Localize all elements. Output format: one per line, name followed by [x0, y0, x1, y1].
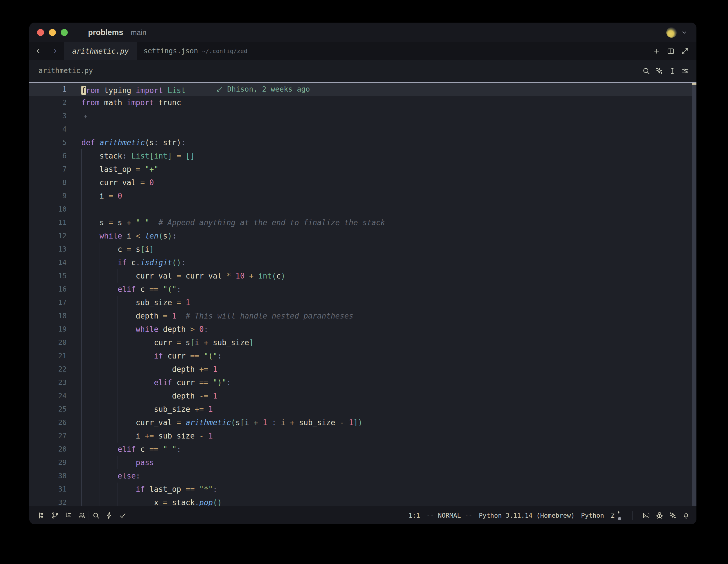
code-text: if curr == "(":: [67, 349, 696, 363]
project-title[interactable]: problems: [88, 28, 123, 37]
status-dot: [618, 517, 621, 520]
scrollbar[interactable]: [692, 83, 696, 506]
avatar[interactable]: [666, 27, 677, 38]
code-line[interactable]: 26 curr_val = arithmetic(s[i + 1 : i + s…: [29, 416, 696, 429]
line-number: 15: [29, 269, 67, 283]
code-line[interactable]: 31 if last_op == "*":: [29, 483, 696, 496]
code-line[interactable]: 13 c = s[i]: [29, 242, 696, 256]
code-text: if last_op == "*":: [67, 483, 696, 496]
indent-guide: [118, 336, 118, 349]
code-line[interactable]: 6 stack: List[int] = []: [29, 149, 696, 162]
code-line[interactable]: 27 i += sub_size - 1: [29, 429, 696, 443]
indent-guide: [81, 256, 82, 269]
tab-label: arithmetic.py: [72, 47, 129, 55]
code-line[interactable]: 21 if curr == "(":: [29, 349, 696, 363]
language-selector[interactable]: Python: [581, 512, 604, 519]
code-editor[interactable]: 1from typing import ListDhison, 2 weeks …: [29, 83, 696, 506]
code-line[interactable]: 1from typing import ListDhison, 2 weeks …: [29, 83, 696, 96]
code-line[interactable]: 15 curr_val = curr_val * 10 + int(c): [29, 269, 696, 283]
indent-guide: [118, 296, 118, 309]
indent-guide: [81, 416, 82, 429]
code-line[interactable]: 32 x = stack.pop(): [29, 496, 696, 506]
indent-guide: [118, 403, 118, 416]
indent-guide: [154, 389, 154, 403]
line-number: 19: [29, 323, 67, 336]
chevron-down-icon[interactable]: [681, 29, 688, 36]
indent-guide: [81, 162, 82, 176]
code-line[interactable]: 18 depth = 1 # This will handle nested p…: [29, 309, 696, 323]
code-line[interactable]: 23 elif curr == ")":: [29, 376, 696, 389]
code-line[interactable]: 10: [29, 202, 696, 216]
code-line[interactable]: 16 elif c == "(":: [29, 283, 696, 296]
zoom-button[interactable]: [61, 29, 68, 36]
indent-guide: [136, 349, 136, 363]
tab-settings-json[interactable]: settings.json ~/.config/zed: [137, 42, 254, 60]
users-icon[interactable]: [78, 512, 86, 519]
code-line[interactable]: 30 else:: [29, 469, 696, 483]
code-text: elif c == "(":: [67, 283, 696, 296]
search-icon[interactable]: [92, 512, 100, 519]
code-line[interactable]: 4: [29, 123, 696, 136]
indent-guide: [81, 216, 82, 229]
navigate-forward-icon[interactable]: [50, 47, 58, 55]
code-line[interactable]: 29 pass: [29, 456, 696, 469]
code-line[interactable]: 9 i = 0: [29, 189, 696, 202]
code-line[interactable]: 22 depth += 1: [29, 363, 696, 376]
indent-guide: [81, 363, 82, 376]
git-branch-icon[interactable]: [51, 512, 59, 519]
code-line[interactable]: 25 sub_size += 1: [29, 403, 696, 416]
sliders-icon[interactable]: [681, 67, 689, 75]
code-line[interactable]: 14 if c.isdigit():: [29, 256, 696, 269]
titlebar: problems main: [29, 23, 696, 42]
split-icon[interactable]: [667, 47, 675, 55]
code-text: last_op = "+": [67, 162, 696, 176]
code-text: curr_val = curr_val * 10 + int(c): [67, 269, 696, 283]
code-line[interactable]: 20 curr = s[i + sub_size]: [29, 336, 696, 349]
sparkles-icon[interactable]: [655, 67, 663, 75]
line-number: 16: [29, 283, 67, 296]
indent-guide: [81, 309, 82, 323]
code-line[interactable]: 12 while i < len(s):: [29, 229, 696, 242]
breadcrumb[interactable]: arithmetic.py: [39, 67, 93, 75]
maximize-icon[interactable]: [681, 47, 689, 55]
navigate-back-icon[interactable]: [35, 47, 43, 55]
edit-prediction-icon[interactable]: z: [610, 510, 623, 520]
check-icon[interactable]: [119, 512, 127, 519]
line-number: 27: [29, 429, 67, 443]
list-tree-icon[interactable]: [65, 512, 72, 519]
panel-tree-icon[interactable]: [38, 512, 46, 519]
indent-guide: [100, 323, 100, 336]
bug-icon[interactable]: [656, 512, 663, 519]
tab-arithmetic-py[interactable]: arithmetic.py: [64, 42, 137, 60]
code-line[interactable]: 3: [29, 109, 696, 123]
indent-guide: [154, 363, 154, 376]
code-line[interactable]: 11 s = s + "_" # Append anything at the …: [29, 216, 696, 229]
code-line[interactable]: 2from math import trunc: [29, 96, 696, 109]
code-line[interactable]: 28 elif c == " ":: [29, 443, 696, 456]
toolchain-selector[interactable]: Python 3.11.14 (Homebrew): [479, 512, 575, 519]
terminal-icon[interactable]: [642, 512, 650, 519]
code-line[interactable]: 19 while depth > 0:: [29, 323, 696, 336]
zap-icon[interactable]: [105, 512, 113, 519]
sparkles-icon[interactable]: [669, 512, 677, 519]
line-number: 31: [29, 483, 67, 496]
ibeam-icon[interactable]: [668, 67, 676, 75]
close-button[interactable]: [37, 29, 44, 36]
git-branch-name[interactable]: main: [131, 28, 147, 37]
line-number: 26: [29, 416, 67, 429]
bell-icon[interactable]: [682, 512, 690, 519]
code-line[interactable]: 7 last_op = "+": [29, 162, 696, 176]
indent-guide: [100, 403, 100, 416]
line-number: 30: [29, 469, 67, 483]
code-text: from math import trunc: [67, 96, 696, 109]
code-text: [67, 109, 696, 123]
code-line[interactable]: 24 depth -= 1: [29, 389, 696, 403]
minimize-button[interactable]: [49, 29, 56, 36]
code-line[interactable]: 17 sub_size = 1: [29, 296, 696, 309]
indent-guide: [81, 443, 82, 456]
plus-icon[interactable]: [653, 47, 661, 55]
code-line[interactable]: 5def arithmetic(s: str):: [29, 136, 696, 149]
search-icon[interactable]: [642, 67, 650, 75]
code-line[interactable]: 8 curr_val = 0: [29, 176, 696, 189]
cursor-position[interactable]: 1:1: [409, 512, 420, 519]
